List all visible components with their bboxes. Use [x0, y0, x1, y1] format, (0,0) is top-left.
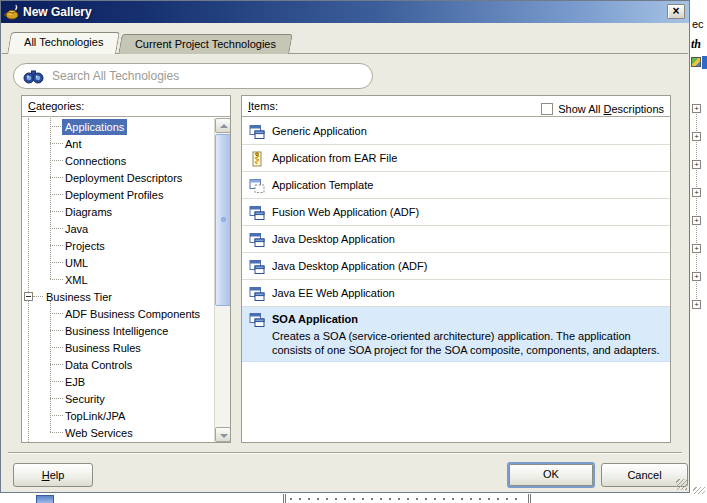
tree-item-business-tier[interactable]: Business Tier [22, 288, 230, 305]
tree-item-business-rules[interactable]: Business Rules [22, 339, 230, 356]
title-bar[interactable]: New Gallery × [1, 1, 689, 23]
application-template-icon [249, 177, 265, 193]
background-ruler [283, 494, 531, 503]
tree-item-label: XML [62, 272, 91, 288]
application-icon [249, 258, 265, 274]
tree-item-deployment-descriptors[interactable]: Deployment Descriptors [22, 169, 230, 186]
cancel-button-label: Cancel [627, 469, 661, 481]
scroll-down-icon[interactable] [215, 427, 230, 442]
tab-current-project-technologies[interactable]: Current Project Technologies [119, 34, 294, 54]
background-selected-tree-node [691, 56, 706, 69]
categories-header: Categories: [22, 96, 230, 117]
items-panel: Items: Show All Descriptions Generic App… [241, 95, 671, 443]
expand-plus-icon[interactable]: + [692, 188, 701, 197]
tree-item-label: Deployment Profiles [62, 187, 166, 203]
categories-label: Categories: [28, 100, 84, 112]
expand-plus-icon[interactable]: + [692, 244, 701, 253]
item-java-ee-web-application[interactable]: Java EE Web Application [242, 280, 670, 307]
tree-item-label: Data Controls [62, 357, 135, 373]
item-label: Application from EAR File [272, 152, 397, 164]
tab-label: Current Project Technologies [135, 35, 276, 54]
tree-item-web-services[interactable]: Web Services [22, 424, 230, 441]
tree-item-label: Security [62, 391, 108, 407]
expand-plus-icon[interactable]: + [692, 160, 701, 169]
tree-item-label: Business Tier [43, 289, 115, 305]
items-label: Items: [248, 100, 278, 112]
application-icon [249, 285, 265, 301]
expand-plus-icon[interactable]: + [692, 216, 701, 225]
tree-item-projects[interactable]: Projects [22, 237, 230, 254]
item-soa-application[interactable]: SOA ApplicationCreates a SOA (service-or… [242, 307, 670, 362]
item-description: Creates a SOA (service-oriented architec… [272, 329, 668, 357]
tree-item-java[interactable]: Java [22, 220, 230, 237]
search-field[interactable]: Search All Technologies [13, 63, 373, 89]
background-text-fragment: th [691, 37, 701, 52]
item-application-from-ear-file[interactable]: Application from EAR File [242, 145, 670, 172]
search-placeholder: Search All Technologies [52, 64, 179, 88]
tree-item-ant[interactable]: Ant [22, 135, 230, 152]
application-icon [249, 123, 265, 139]
tree-item-label: Web Services [62, 425, 136, 441]
ok-button-label: OK [543, 468, 559, 480]
new-gallery-dialog: New Gallery × All TechnologiesCurrent Pr… [0, 0, 690, 493]
scroll-up-icon[interactable] [215, 118, 230, 133]
tree-item-xml[interactable]: XML [22, 271, 230, 288]
expand-plus-icon[interactable]: + [692, 272, 701, 281]
tree-item-diagrams[interactable]: Diagrams [22, 203, 230, 220]
tree-branch-line [33, 296, 43, 297]
item-fusion-web-application-adf[interactable]: Fusion Web Application (ADF) [242, 199, 670, 226]
dialog-resize-grip[interactable] [676, 479, 687, 490]
background-window-right-sliver: ec th ++++++++ [690, 0, 707, 503]
background-text-fragment: ec [692, 18, 704, 30]
tree-item-connections[interactable]: Connections [22, 152, 230, 169]
tree-item-applications[interactable]: Applications [22, 118, 230, 135]
tree-item-label: Deployment Descriptors [62, 170, 185, 186]
tree-rows: ApplicationsAntConnectionsDeployment Des… [22, 118, 230, 441]
tree-item-label: Connections [62, 153, 129, 169]
tree-item-label: Ant [62, 136, 85, 152]
gallery-lamp-icon [4, 4, 20, 20]
background-node-icon [691, 57, 701, 67]
item-label: Java Desktop Application (ADF) [272, 260, 427, 272]
tree-item-label: EJB [62, 374, 88, 390]
tree-item-uml[interactable]: UML [22, 254, 230, 271]
tree-item-deployment-profiles[interactable]: Deployment Profiles [22, 186, 230, 203]
collapse-minus-icon[interactable] [24, 292, 33, 301]
show-all-descriptions-label: Show All Descriptions [558, 99, 664, 119]
tree-item-adf-business-components[interactable]: ADF Business Components [22, 305, 230, 322]
tree-item-business-intelligence[interactable]: Business Intelligence [22, 322, 230, 339]
item-application-template[interactable]: Application Template [242, 172, 670, 199]
tree-item-ejb[interactable]: EJB [22, 373, 230, 390]
item-label: Generic Application [272, 125, 367, 137]
expand-plus-icon[interactable]: + [692, 300, 701, 309]
item-java-desktop-application[interactable]: Java Desktop Application [242, 226, 670, 253]
tree-item-label: ADF Business Components [62, 306, 203, 322]
button-separator [8, 452, 682, 454]
ok-button[interactable]: OK [507, 462, 595, 488]
categories-scrollbar[interactable] [214, 118, 230, 442]
scrollbar-thumb[interactable] [215, 134, 230, 306]
categories-tree: ApplicationsAntConnectionsDeployment Des… [22, 118, 230, 442]
tree-item-data-controls[interactable]: Data Controls [22, 356, 230, 373]
tree-item-label: Applications [62, 119, 127, 135]
dialog-title: New Gallery [23, 5, 92, 19]
expand-plus-icon[interactable]: + [692, 132, 701, 141]
tree-item-label: Diagrams [62, 204, 115, 220]
tree-item-toplink-jpa[interactable]: TopLink/JPA [22, 407, 230, 424]
close-icon[interactable]: × [667, 4, 685, 19]
ruler-ticks [290, 498, 524, 500]
show-all-descriptions-checkbox[interactable] [541, 103, 553, 115]
tree-item-security[interactable]: Security [22, 390, 230, 407]
help-button[interactable]: Help [13, 463, 93, 487]
item-java-desktop-application-adf[interactable]: Java Desktop Application (ADF) [242, 253, 670, 280]
item-label: Java Desktop Application [272, 233, 395, 245]
tab-all-technologies[interactable]: All Technologies [7, 32, 120, 54]
application-icon [249, 312, 265, 328]
binoculars-icon [23, 68, 44, 85]
help-button-label: Help [42, 469, 65, 481]
show-all-descriptions-control[interactable]: Show All Descriptions [541, 99, 664, 119]
cancel-button[interactable]: Cancel [601, 463, 688, 487]
item-generic-application[interactable]: Generic Application [242, 118, 670, 145]
expand-plus-icon[interactable]: + [692, 104, 701, 113]
items-list: Generic ApplicationApplication from EAR … [242, 118, 670, 442]
